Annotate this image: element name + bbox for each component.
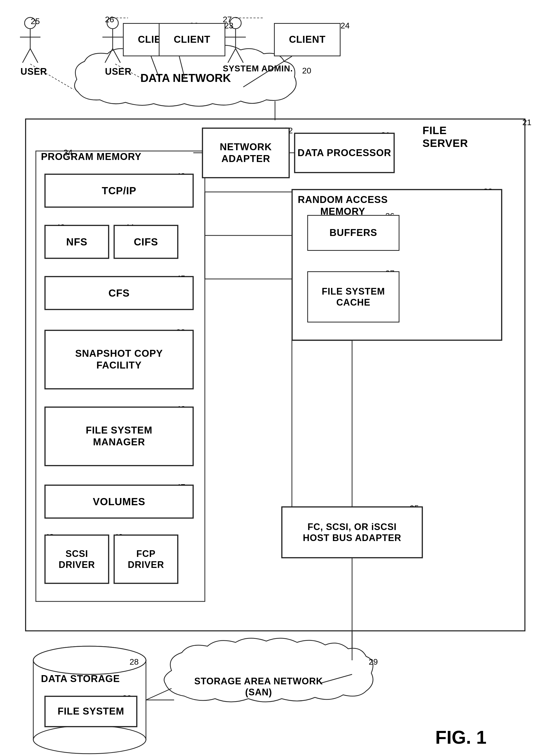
- file-system-cache-box: FILE SYSTEMCACHE: [307, 271, 400, 322]
- user2-label: USER: [105, 66, 132, 77]
- file-system-box: FILE SYSTEM: [45, 696, 137, 727]
- scsi-driver-box: SCSIDRIVER: [45, 535, 109, 584]
- ref-23: 23: [224, 21, 233, 30]
- diagram: DATA NETWORK: [0, 0, 550, 756]
- fcp-driver-box: FCPDRIVER: [114, 535, 178, 584]
- nfs-box: NFS: [45, 225, 109, 258]
- fig-label: FIG. 1: [435, 727, 487, 748]
- client24-box: CLIENT: [274, 23, 341, 56]
- ref-24: 24: [341, 21, 350, 30]
- svg-line-4: [23, 49, 30, 63]
- user1-label: USER: [20, 66, 47, 77]
- volumes-box: VOLUMES: [45, 485, 193, 518]
- ref-21: 21: [522, 118, 532, 127]
- stick-figure-user1: [20, 17, 74, 90]
- ref-29: 29: [369, 657, 378, 667]
- data-processor-box: DATA PROCESSOR: [295, 133, 394, 173]
- program-memory-label: PROGRAM MEMORY: [41, 151, 142, 163]
- tcp-ip-box: TCP/IP: [45, 174, 193, 207]
- host-bus-adapter-box: FC, SCSI, OR iSCSIHOST BUS ADAPTER: [282, 507, 423, 558]
- cifs-box: CIFS: [114, 225, 178, 258]
- svg-point-53: [33, 726, 146, 754]
- ref-25: 25: [31, 17, 40, 26]
- file-server-label: FILESERVER: [423, 124, 468, 150]
- buffers-box: BUFFERS: [307, 215, 400, 251]
- ref-20: 20: [302, 66, 312, 75]
- data-storage-label: DATA STORAGE: [41, 673, 120, 685]
- san-label: STORAGE AREA NETWORK(SAN): [184, 676, 333, 698]
- svg-point-54: [33, 646, 146, 674]
- system-admin-label: SYSTEM ADMIN.: [223, 63, 293, 74]
- client23-box: CLIENT: [159, 23, 225, 56]
- network-adapter-box: NETWORKADAPTER: [202, 128, 289, 178]
- svg-text:DATA  NETWORK: DATA NETWORK: [140, 72, 231, 84]
- cfs-box: CFS: [45, 276, 193, 310]
- file-system-manager-box: FILE SYSTEMMANAGER: [45, 407, 193, 466]
- svg-line-5: [30, 49, 38, 63]
- svg-line-59: [146, 688, 171, 700]
- ref-28: 28: [129, 657, 139, 667]
- snapshot-box: SNAPSHOT COPYFACILITY: [45, 330, 193, 389]
- ref-26: 26: [105, 15, 114, 24]
